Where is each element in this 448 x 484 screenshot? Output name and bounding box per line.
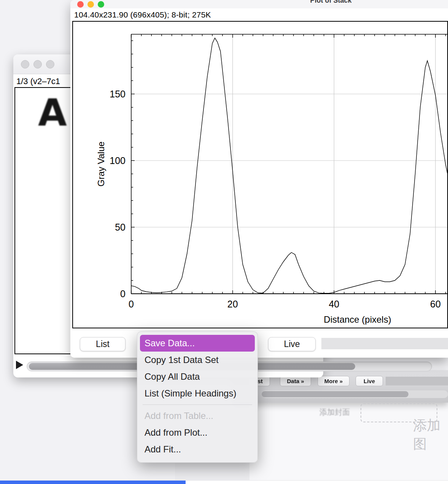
menu-item-label: Add from Table... xyxy=(145,411,213,421)
image-window-status: 1/3 (v2–7c1 xyxy=(16,76,60,86)
add-cover-label: 添加封面 xyxy=(319,407,350,417)
menu-item-add-fit[interactable]: Add Fit... xyxy=(140,441,255,458)
menu-item-save-data[interactable]: Save Data... xyxy=(140,335,255,352)
bg-data-button[interactable]: Data » xyxy=(280,376,311,386)
bg-more-button[interactable]: More » xyxy=(318,376,350,386)
menu-item-label: Add from Plot... xyxy=(145,427,207,438)
minimize-button[interactable] xyxy=(87,1,94,8)
menu-item-label: Copy All Data xyxy=(145,371,200,382)
bg-live-label: Live xyxy=(364,378,375,384)
svg-text:60: 60 xyxy=(430,299,441,309)
svg-text:20: 20 xyxy=(227,299,238,309)
minimize-button[interactable] xyxy=(33,60,42,68)
list-button[interactable]: List xyxy=(80,337,126,351)
bg-live-button[interactable]: Live xyxy=(356,376,383,386)
plot-window: Plot of Stack 104.40x231.90 (696x405); 8… xyxy=(70,0,448,358)
menu-separator xyxy=(143,404,252,405)
data-context-menu: Save Data... Copy 1st Data Set Copy All … xyxy=(137,331,258,463)
bottom-blue-bar xyxy=(0,481,186,484)
svg-text:40: 40 xyxy=(329,299,339,309)
image-letter: A xyxy=(38,91,67,134)
close-button[interactable] xyxy=(77,1,84,8)
menu-item-add-from-table: Add from Table... xyxy=(140,408,255,424)
play-icon[interactable] xyxy=(16,361,23,369)
bg-more-label: More » xyxy=(324,378,343,384)
live-button[interactable]: Live xyxy=(268,337,316,351)
plot-coordinates-bar xyxy=(321,338,448,349)
svg-text:100: 100 xyxy=(110,155,126,166)
plot-window-titlebar: Plot of Stack xyxy=(70,0,448,8)
close-button[interactable] xyxy=(21,60,29,68)
svg-text:Gray Value: Gray Value xyxy=(96,142,106,186)
bg-scrollbar-thumb[interactable] xyxy=(262,391,408,397)
zoom-button[interactable] xyxy=(98,1,104,8)
svg-text:50: 50 xyxy=(115,222,126,232)
plot-status-line: 104.40x231.90 (696x405); 8-bit; 275K xyxy=(74,10,211,19)
zoom-button[interactable] xyxy=(46,60,54,68)
menu-item-add-from-plot[interactable]: Add from Plot... xyxy=(140,424,255,441)
svg-text:0: 0 xyxy=(129,299,134,309)
live-button-label: Live xyxy=(284,339,300,349)
bg-coordinates-bar xyxy=(386,377,448,385)
menu-item-copy-all-data[interactable]: Copy All Data xyxy=(140,368,255,385)
menu-item-list-simple-headings[interactable]: List (Simple Headings) xyxy=(140,385,255,402)
bg-data-label: Data » xyxy=(287,378,304,384)
list-button-label: List xyxy=(96,339,110,349)
svg-text:0: 0 xyxy=(120,288,126,299)
menu-item-label: Copy 1st Data Set xyxy=(145,355,219,365)
svg-text:150: 150 xyxy=(110,89,126,99)
window-title: Plot of Stack xyxy=(310,0,351,5)
menu-item-label: List (Simple Headings) xyxy=(145,388,236,399)
menu-item-label: Add Fit... xyxy=(145,444,181,455)
plot-canvas: 0204060050100150Distance (pixels)Gray Va… xyxy=(72,21,448,328)
profile-chart: 0204060050100150Distance (pixels)Gray Va… xyxy=(73,22,448,328)
add-image-label[interactable]: 添加图 xyxy=(413,416,448,454)
svg-text:Distance (pixels): Distance (pixels) xyxy=(324,314,391,325)
menu-item-label: Save Data... xyxy=(145,338,195,349)
menu-item-copy-1st-data-set[interactable]: Copy 1st Data Set xyxy=(140,352,255,368)
